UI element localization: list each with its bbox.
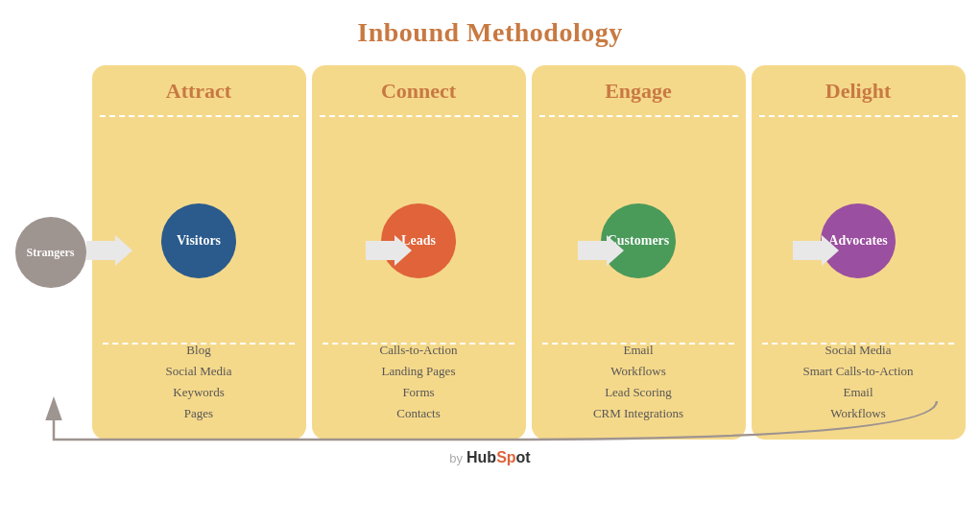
engage-title: Engage [605,79,672,104]
feedback-arrow [15,392,966,449]
attract-title: Attract [166,79,231,104]
arrow-3 [793,233,839,272]
dashed-line-1 [100,115,299,117]
arrow-2 [578,233,624,272]
hubspot-brand: HubSpot [466,449,531,466]
delight-title: Delight [825,79,891,104]
svg-marker-2 [578,235,624,266]
dashed-line-4 [759,115,958,117]
svg-marker-3 [793,235,839,266]
connect-box: Connect Leads Calls-to-ActionLanding Pag… [312,65,526,440]
svg-marker-1 [366,235,412,266]
dashed-line-3 [539,115,738,117]
connect-title: Connect [381,79,456,104]
boxes-container: Attract Visitors BlogSocial MediaKeyword… [92,65,966,440]
arrow-1 [366,233,412,272]
visitors-node: Visitors [161,203,236,278]
strangers-node: Strangers [15,217,86,288]
engage-box: Engage Customers EmailWorkflowsLead Scor… [532,65,746,440]
diagram-area: Strangers Attract Visitors BlogSocial Me… [15,65,966,440]
arrow-strangers-visitors [86,233,132,272]
svg-marker-0 [86,235,132,266]
page-wrapper: Inbound Methodology Strangers Attract Vi… [0,0,980,524]
dashed-line-2 [320,115,518,117]
footer: by HubSpot [449,449,530,466]
delight-box: Delight Advocates Social MediaSmart Call… [752,65,966,440]
page-title: Inbound Methodology [357,17,622,48]
